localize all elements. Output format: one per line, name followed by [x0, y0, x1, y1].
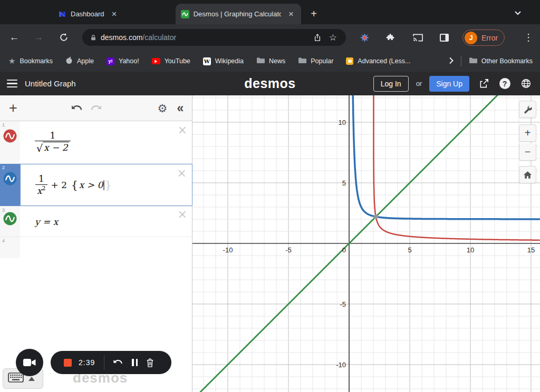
- reload-button[interactable]: [55, 28, 73, 46]
- bookmark-folder-popular[interactable]: Popular: [298, 57, 333, 65]
- back-button[interactable]: ←: [5, 28, 23, 46]
- fraction-denominator: x: [37, 185, 42, 195]
- advanced-icon: [346, 57, 353, 65]
- delete-expression-icon[interactable]: ×: [178, 209, 187, 220]
- folder-icon: [256, 57, 265, 65]
- dashboard-favicon: [58, 10, 66, 18]
- expression-tail: + 2: [51, 180, 67, 190]
- language-globe-icon[interactable]: [519, 78, 533, 89]
- divider: [461, 56, 461, 66]
- bookmark-bookmarks[interactable]: ★ Bookmarks: [8, 56, 53, 66]
- curve-toggle-icon-blue[interactable]: [3, 171, 17, 188]
- tab-strip: Dashboard × Desmos | Graphing Calculato …: [0, 0, 540, 24]
- x-tick-label: 5: [408, 246, 411, 254]
- brace-open: {: [71, 179, 78, 191]
- close-tab-icon[interactable]: ×: [286, 8, 296, 19]
- curve-1/x^2+2 (x>0)[interactable]: [350, 95, 539, 219]
- tab-title: Dashboard: [71, 10, 104, 18]
- expression-gutter[interactable]: 1: [0, 121, 20, 163]
- desmos-favicon: [181, 10, 189, 18]
- curve-toggle-icon-green[interactable]: [3, 211, 17, 228]
- help-icon[interactable]: ?: [498, 78, 512, 89]
- extension-colorful-icon[interactable]: [356, 29, 373, 46]
- bookmark-label: Bookmarks: [20, 57, 53, 65]
- expression-gutter: 4: [0, 237, 20, 258]
- expression-row-2-selected[interactable]: 2 1 x2 + 2 { x > 0 } ×: [0, 164, 192, 207]
- tab-search-chevron-icon[interactable]: [514, 8, 522, 17]
- restart-recording-icon[interactable]: [112, 358, 123, 367]
- bookmark-apple[interactable]: Apple: [65, 56, 94, 66]
- stop-recording-button[interactable]: [64, 359, 72, 367]
- expression-row-3[interactable]: 3 y = x ×: [0, 207, 192, 237]
- add-expression-button[interactable]: +: [5, 95, 21, 121]
- delete-expression-icon[interactable]: ×: [177, 168, 187, 179]
- login-button[interactable]: Log In: [373, 76, 409, 92]
- bookmark-label: Other Bookmarks: [481, 57, 533, 65]
- expression-row-4-empty[interactable]: 4: [0, 237, 192, 258]
- graph-settings-wrench-button[interactable]: [519, 101, 536, 118]
- share-icon[interactable]: [313, 33, 322, 42]
- avatar: J: [465, 32, 477, 44]
- x-tick-label: 15: [527, 246, 535, 254]
- curve-toggle-icon-red[interactable]: [3, 129, 17, 145]
- collapse-panel-icon[interactable]: «: [171, 95, 189, 121]
- expression-gutter[interactable]: 3: [0, 207, 20, 237]
- profile-status: Error: [481, 34, 498, 42]
- bookmark-folder-news[interactable]: News: [256, 57, 285, 65]
- bookmark-wikipedia[interactable]: W Wikipedia: [203, 57, 244, 65]
- bookmark-yahoo[interactable]: y! Yahoo!: [107, 57, 139, 65]
- new-tab-button[interactable]: +: [307, 7, 321, 21]
- expression-latex[interactable]: 1 √x − 2 ×: [20, 121, 192, 163]
- delete-expression-icon[interactable]: ×: [178, 124, 187, 136]
- intersection-point[interactable]: [373, 214, 378, 219]
- divider: [104, 355, 104, 370]
- browser-menu-icon[interactable]: ⋮: [520, 29, 537, 46]
- undo-icon[interactable]: [68, 95, 85, 121]
- forward-button[interactable]: →: [30, 28, 47, 46]
- share-graph-icon[interactable]: [477, 78, 490, 89]
- side-panel-icon[interactable]: [436, 29, 452, 46]
- expression-index: 2: [2, 165, 5, 170]
- webcam-toggle-button[interactable]: [16, 349, 43, 376]
- expression-row-1[interactable]: 1 1 √x − 2 ×: [0, 121, 192, 164]
- main-menu-icon[interactable]: [7, 80, 17, 88]
- bookmark-advanced[interactable]: Advanced (Less...: [346, 57, 410, 65]
- cast-icon[interactable]: [409, 29, 426, 46]
- bookmark-label: YouTube: [165, 57, 190, 65]
- bookmark-label: Apple: [77, 57, 94, 65]
- default-viewport-home-button[interactable]: [519, 166, 536, 183]
- brace-close-ghost: }: [105, 179, 112, 191]
- pause-recording-icon[interactable]: [132, 359, 138, 366]
- extensions-puzzle-icon[interactable]: [382, 29, 399, 46]
- expression-latex[interactable]: 1 x2 + 2 { x > 0 } ×: [20, 164, 192, 206]
- youtube-icon: [152, 58, 160, 64]
- bookmark-star-icon[interactable]: ☆: [329, 32, 337, 43]
- redo-icon[interactable]: [88, 95, 105, 121]
- close-tab-icon[interactable]: ×: [110, 8, 119, 19]
- bookmark-youtube[interactable]: YouTube: [152, 57, 190, 65]
- zoom-in-button[interactable]: +: [519, 124, 536, 142]
- bookmarks-overflow-chevron-icon[interactable]: [449, 57, 454, 66]
- wikipedia-icon: W: [203, 57, 211, 65]
- radicand: x − 2: [43, 142, 69, 153]
- graph-paper[interactable]: -10-5051015105-5-10: [192, 95, 540, 392]
- tab-desmos[interactable]: Desmos | Graphing Calculato ×: [176, 4, 301, 24]
- other-bookmarks-button[interactable]: Other Bookmarks: [469, 57, 533, 65]
- signup-button[interactable]: Sign Up: [429, 76, 469, 92]
- y-tick-label: -10: [336, 361, 346, 369]
- url-domain: desmos.com: [101, 33, 142, 42]
- profile-button[interactable]: J Error: [462, 30, 505, 46]
- graph-title[interactable]: Untitled Graph: [25, 79, 76, 88]
- expression-latex[interactable]: [20, 237, 192, 258]
- desmos-logo: desmos: [244, 76, 295, 91]
- delete-recording-icon[interactable]: [146, 358, 155, 368]
- text-cursor: [103, 180, 104, 190]
- expression-latex[interactable]: y = x ×: [20, 207, 192, 237]
- expression-gutter[interactable]: 2: [0, 164, 20, 206]
- url-path: /calculator: [142, 33, 176, 42]
- zoom-out-button[interactable]: −: [519, 143, 536, 161]
- tab-dashboard[interactable]: Dashboard ×: [53, 4, 175, 24]
- collapse-keyboard-triangle-icon[interactable]: [28, 377, 35, 381]
- address-bar[interactable]: desmos.com/calculator ☆: [82, 29, 346, 46]
- graph-settings-gear-icon[interactable]: ⚙: [154, 95, 171, 121]
